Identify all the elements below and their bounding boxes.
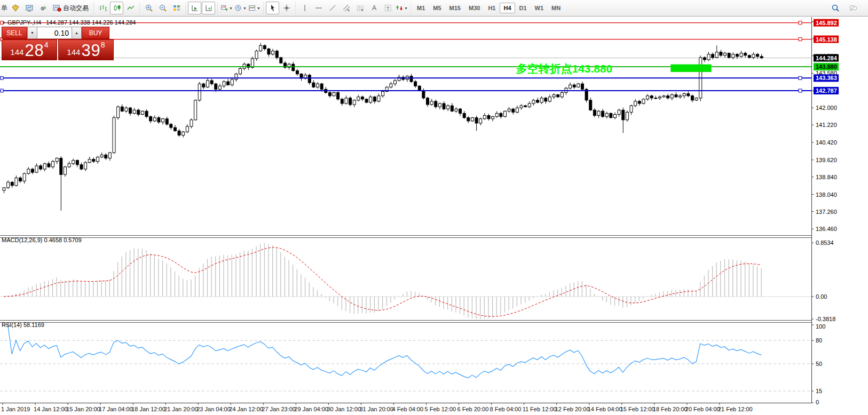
chevron-down-icon[interactable]: ▼ — [229, 6, 233, 10]
search-icon — [831, 4, 840, 12]
svg-text:140.420: 140.420 — [816, 139, 837, 146]
text-button[interactable]: A — [367, 2, 381, 14]
signals-button[interactable] — [36, 2, 50, 14]
templates-button[interactable]: ▼ — [248, 2, 261, 14]
chartshift-icon — [204, 4, 213, 12]
zoom-in-button[interactable] — [142, 2, 155, 14]
svg-text:141.220: 141.220 — [816, 122, 837, 128]
zoom-out-button[interactable] — [156, 2, 169, 14]
svg-text:11 Feb 12:00: 11 Feb 12:00 — [523, 406, 557, 412]
horizontal-line-button[interactable] — [312, 2, 325, 14]
tile-windows-button[interactable] — [170, 2, 183, 14]
timeframe-m15-button[interactable]: M15 — [446, 3, 464, 13]
fibonacci-button[interactable]: F — [353, 2, 367, 14]
chevron-down-icon[interactable]: ▼ — [257, 6, 261, 10]
vertical-line-button[interactable] — [298, 2, 311, 14]
equidistant-channel-button[interactable]: E — [340, 2, 353, 14]
auto-trading-button[interactable]: 自动交易 — [50, 2, 91, 14]
timeframe-h4-button[interactable]: H4 — [500, 3, 515, 13]
chart-collapse-icon[interactable]: ▲ — [2, 20, 6, 25]
rsi-line — [4, 325, 761, 378]
volume-increase-button[interactable]: ▲ — [72, 27, 82, 39]
svg-text:20 Feb 04:00: 20 Feb 04:00 — [685, 406, 720, 412]
svg-text:15: 15 — [816, 388, 822, 394]
timeframe-mn-button[interactable]: MN — [548, 3, 564, 13]
svg-text:80: 80 — [816, 337, 822, 344]
svg-text:14 Jan 12:00: 14 Jan 12:00 — [34, 406, 68, 412]
timeframe-m5-button[interactable]: M5 — [429, 3, 445, 13]
line-chart-button[interactable] — [124, 2, 137, 14]
periods-button[interactable]: ▼ — [234, 2, 247, 14]
svg-text:137.260: 137.260 — [816, 209, 837, 215]
timeframe-d1-button[interactable]: D1 — [516, 3, 531, 13]
buy-button[interactable]: BUY — [82, 27, 109, 39]
svg-text:A: A — [372, 4, 376, 12]
gem-icon — [11, 4, 20, 12]
drawn-objects[interactable]: 多空转折点143.880 — [0, 21, 811, 92]
search-button[interactable] — [828, 2, 842, 14]
rsi-label: RSI(14) 58.1169 — [2, 322, 44, 328]
svg-text:138.040: 138.040 — [816, 191, 837, 198]
timeframe-h1-button[interactable]: H1 — [484, 3, 499, 13]
svg-text:31 Jan 20:00: 31 Jan 20:00 — [359, 406, 393, 412]
chart-shift-button[interactable] — [202, 2, 215, 14]
arrows-button[interactable]: ▼ — [395, 2, 408, 14]
svg-text:139.620: 139.620 — [816, 157, 837, 163]
chevron-down-icon[interactable]: ▼ — [404, 6, 408, 10]
vline-icon — [301, 4, 309, 12]
sell-price-display[interactable]: 144 28 4 — [2, 39, 57, 60]
toolbar-right-icons — [828, 2, 867, 14]
metaquotes-button[interactable] — [9, 2, 22, 14]
svg-text:E: E — [348, 9, 350, 12]
svg-text:27 Jan 23:00: 27 Jan 23:00 — [262, 406, 296, 412]
hline-icon — [314, 4, 323, 12]
candles — [3, 43, 763, 210]
one-click-trading-panel: SELL ▼ ▲ BUY 144 28 4 144 39 8 — [2, 27, 114, 60]
bars-icon — [99, 4, 107, 12]
candlestick-chart-button[interactable] — [110, 2, 123, 14]
new-order-button[interactable]: 单 — [1, 4, 8, 13]
timeframe-m30-button[interactable]: M30 — [465, 3, 484, 13]
volume-decrease-button[interactable]: ▼ — [27, 27, 37, 39]
screen-icon — [25, 4, 34, 12]
auto-scroll-button[interactable] — [188, 2, 201, 14]
chevron-down-icon[interactable]: ▼ — [243, 6, 247, 10]
buy-price-pips: 39 — [81, 42, 100, 59]
trendline-handle — [799, 38, 802, 41]
trendline-button[interactable] — [326, 2, 339, 14]
trendline-handle — [1, 89, 3, 92]
market-watch-button[interactable] — [22, 2, 36, 14]
chat-button[interactable] — [846, 2, 859, 14]
svg-text:142.000: 142.000 — [816, 105, 837, 111]
time-axis[interactable]: 1 Jan 201914 Jan 12:0015 Jan 20:0017 Jan… — [1, 403, 753, 412]
volume-input[interactable] — [37, 27, 72, 39]
svg-text:29 Jan 04:00: 29 Jan 04:00 — [294, 406, 328, 412]
svg-text:4 Feb 04:00: 4 Feb 04:00 — [392, 406, 423, 412]
svg-text:15 Jan 20:00: 15 Jan 20:00 — [66, 406, 100, 412]
text-label-button[interactable]: T — [381, 2, 394, 14]
svg-text:144.284: 144.284 — [816, 55, 838, 61]
chart-canvas[interactable]: MACD(12,26,9) 0.4658 0.5709RSI(14) 58.11… — [0, 17, 868, 415]
toolbar-separator — [184, 2, 187, 14]
svg-text:100: 100 — [816, 323, 825, 330]
timeframe-m1-button[interactable]: M1 — [413, 3, 429, 13]
one-click-price-row: 144 28 4 144 39 8 — [2, 39, 114, 60]
chart-ohlc-values: 144.287 144.338 144.226 144.284 — [46, 19, 136, 26]
svg-text:145.892: 145.892 — [816, 20, 837, 26]
svg-text:23 Jan 04:00: 23 Jan 04:00 — [196, 406, 231, 412]
pivot-annotation-text: 多空转折点143.880 — [516, 62, 612, 75]
trendline-handle — [799, 76, 802, 79]
buy-price-figure: 144 — [67, 45, 80, 59]
panel-separators[interactable] — [0, 17, 812, 403]
timeframe-w1-button[interactable]: W1 — [531, 3, 548, 13]
bar-chart-button[interactable] — [96, 2, 109, 14]
sell-button[interactable]: SELL — [2, 27, 27, 39]
svg-text:1 Jan 2019: 1 Jan 2019 — [1, 406, 30, 412]
crosshair-icon — [282, 4, 291, 12]
price-axis[interactable]: 145.940145.160144.380143.580142.780142.0… — [811, 19, 839, 405]
cursor-button[interactable] — [266, 2, 279, 14]
svg-text:143.363: 143.363 — [816, 75, 837, 81]
buy-price-display[interactable]: 144 39 8 — [58, 39, 114, 60]
crosshair-button[interactable] — [280, 2, 293, 14]
indicators-button[interactable]: ▼ — [220, 2, 233, 14]
